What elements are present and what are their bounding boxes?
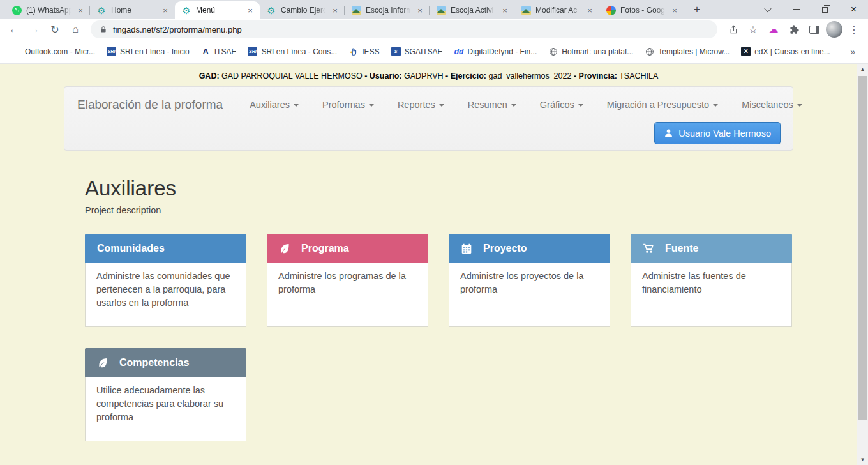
browser-toolbar: ← → ↻ ⌂ fingads.net/sf2/proforma/menu.ph… (0, 19, 868, 40)
tab-close-icon[interactable]: × (585, 5, 595, 15)
share-icon[interactable] (724, 20, 742, 38)
bookmark-favicon (348, 47, 358, 56)
tab-favicon (351, 5, 361, 15)
navbar-menu-item[interactable]: Gráficos (540, 100, 583, 110)
browser-tab[interactable]: ⚙ Menú × (175, 1, 260, 19)
menu-card[interactable]: Competencias Utilice adecuadamente las c… (85, 348, 246, 441)
card-title: Comunidades (97, 243, 165, 254)
browser-tab[interactable]: Modificar Ac × (514, 1, 599, 19)
reload-button[interactable]: ↻ (46, 20, 64, 38)
tab-favicon (436, 5, 446, 15)
cloud-extension-icon[interactable]: ☁ (765, 20, 782, 38)
close-window-button[interactable]: × (839, 0, 868, 19)
chevron-down-icon (511, 104, 516, 107)
card-icon (279, 243, 290, 254)
tab-search-chevron-icon[interactable] (753, 0, 782, 19)
home-button[interactable]: ⌂ (66, 20, 84, 38)
bookmark-item[interactable]: Templates | Microw... (641, 44, 733, 59)
bookmark-item[interactable]: S SGAITSAE (387, 44, 447, 59)
browser-tab[interactable]: (1) WhatsApp × (5, 1, 90, 19)
scroll-down-arrow-icon[interactable]: ▼ (857, 454, 868, 465)
navbar-menu-label: Miscelaneos (742, 100, 793, 110)
bookmark-item[interactable]: X edX | Cursos en líne... (737, 44, 834, 59)
bookmark-star-icon[interactable]: ☆ (744, 20, 762, 38)
card-header[interactable]: Comunidades (85, 234, 246, 263)
browser-menu-icon[interactable]: ⋮ (845, 20, 863, 38)
window-controls: × (753, 0, 868, 19)
bookmark-item[interactable]: A ITSAE (197, 44, 241, 59)
bookmark-item[interactable]: SRI SRI en Línea - Inicio (103, 44, 193, 59)
navbar-brand[interactable]: Elaboración de la proforma (77, 98, 223, 112)
page-title: Auxiliares (85, 176, 792, 201)
user-icon (664, 128, 673, 138)
extensions-puzzle-icon[interactable] (785, 20, 803, 38)
bookmarks-overflow-chevron[interactable]: » (845, 47, 860, 57)
browser-tab[interactable]: ⚙ Cambio Ejerc × (260, 1, 345, 19)
scrollbar-thumb[interactable] (858, 76, 867, 420)
browser-tab[interactable]: Fotos - Goog × (599, 1, 684, 19)
tab-close-icon[interactable]: × (75, 5, 86, 15)
navbar-menu-label: Gráficos (540, 100, 574, 110)
bookmark-item[interactable]: IESS (345, 44, 383, 59)
browser-tab[interactable]: ⚙ Home × (90, 1, 175, 19)
bookmark-label: SRI en Línea - Inicio (120, 47, 190, 56)
card-header[interactable]: Fuente (631, 234, 792, 263)
menu-card[interactable]: Programa Administre los programas de la … (267, 234, 428, 327)
bookmark-item[interactable]: Hotmart: una plataf... (544, 44, 637, 59)
back-button[interactable]: ← (5, 20, 23, 38)
navbar-menu-item[interactable]: Reportes (398, 100, 444, 110)
url-text: fingads.net/sf2/proforma/menu.php (113, 25, 242, 34)
card-header[interactable]: Proyecto (449, 234, 610, 263)
scroll-up-arrow-icon[interactable]: ▲ (857, 64, 868, 75)
gear-favicon: ⚙ (267, 6, 276, 15)
browser-tab[interactable]: Escoja Inform × (345, 1, 430, 19)
navbar-menu-item[interactable]: Miscelaneos (742, 100, 802, 110)
bookmark-item[interactable]: SRI SRI en Línea - Cons... (244, 44, 341, 59)
bookmark-item[interactable]: Outlook.com - Micr... (8, 44, 99, 59)
card-header[interactable]: Programa (267, 234, 428, 263)
navbar-menu-item[interactable]: Auxiliares (250, 100, 299, 110)
minimize-button[interactable] (782, 0, 811, 19)
chevron-down-icon (713, 104, 718, 107)
menu-card[interactable]: Comunidades Administre las comunidades q… (85, 234, 246, 327)
tab-close-icon[interactable]: × (500, 5, 510, 15)
sri-icon: SRI (248, 47, 257, 56)
navbar-menu-item[interactable]: Migración a Presupuesto (607, 100, 718, 110)
bookmark-favicon: dd (454, 47, 464, 56)
card-title: Programa (301, 243, 349, 254)
tab-close-icon[interactable]: × (670, 5, 680, 15)
tab-close-icon[interactable]: × (415, 5, 425, 15)
tab-close-icon[interactable]: × (330, 5, 340, 15)
new-tab-button[interactable]: + (688, 1, 706, 19)
menu-card[interactable]: Proyecto Administre los proyectos de la … (449, 234, 610, 327)
globe-icon (548, 47, 558, 56)
address-bar[interactable]: fingads.net/sf2/proforma/menu.php (91, 20, 717, 38)
bookmark-label: edX | Cursos en líne... (754, 47, 830, 56)
navbar-menu-item[interactable]: Proformas (322, 100, 374, 110)
card-icon (97, 357, 108, 369)
tab-title: Modificar Ac (535, 6, 580, 15)
menu-card[interactable]: Fuente Administre las fuentes de financi… (631, 234, 792, 327)
card-icon (461, 243, 472, 254)
side-panel-icon[interactable] (805, 20, 823, 38)
gear-favicon: ⚙ (97, 6, 107, 15)
restore-button[interactable] (811, 0, 839, 19)
tab-close-icon[interactable]: × (160, 5, 170, 15)
forward-button[interactable]: → (26, 20, 43, 38)
card-header[interactable]: Competencias (85, 348, 246, 377)
tab-title: Home (111, 6, 156, 15)
leaf-icon (279, 243, 290, 254)
bookmark-item[interactable]: dd DigitalDefynd - Fin... (451, 44, 541, 59)
tab-close-icon[interactable]: × (245, 5, 255, 15)
browser-tab[interactable]: Escoja Activi × (430, 1, 514, 19)
user-button[interactable]: Usuario Vale Hermoso (654, 122, 781, 144)
bookmark-favicon (548, 47, 558, 56)
user-button-label: Usuario Vale Hermoso (678, 128, 771, 139)
page-scrollbar[interactable]: ▲ ▼ (857, 64, 868, 465)
gear-favicon: ⚙ (182, 6, 191, 15)
navbar-menu-item[interactable]: Resumen (468, 100, 516, 110)
shopping-cart-icon (643, 243, 654, 254)
card-title: Proyecto (483, 243, 527, 254)
profile-avatar[interactable] (826, 21, 842, 38)
bookmark-favicon: SRI (107, 47, 116, 56)
